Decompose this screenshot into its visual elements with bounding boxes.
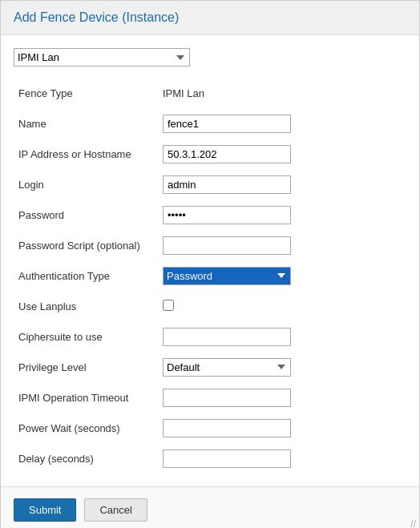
submit-button[interactable]: Submit — [14, 498, 76, 522]
field-label-delay: Delay (seconds) — [14, 443, 158, 474]
page-container: Add Fence Device (Instance) IPMI Lan APC… — [0, 0, 420, 528]
fence-type-select-row: IPMI Lan APC Brocade Cisco UCS Dell iDRA… — [14, 48, 406, 67]
field-label-lanplus: Use Lanplus — [14, 291, 158, 321]
fence-type-dropdown[interactable]: IPMI Lan APC Brocade Cisco UCS Dell iDRA… — [14, 48, 190, 67]
cipher-input[interactable] — [163, 328, 291, 346]
page-title: Add Fence Device (Instance) — [14, 10, 179, 24]
footer: Submit Cancel — [1, 486, 419, 528]
page-header: Add Fence Device (Instance) — [1, 1, 419, 35]
lanplus-checkbox[interactable] — [163, 300, 174, 311]
field-row-ipaddr: IP Address or Hostname — [14, 139, 406, 169]
login-input[interactable] — [163, 175, 291, 194]
auth-type-select[interactable]: Password MD5 MD2 None — [163, 267, 291, 285]
field-label-power-wait: Power Wait (seconds) — [14, 413, 158, 443]
field-label-fence-type: Fence Type — [14, 78, 158, 108]
form-table: Fence Type IPMI Lan Name IP Address or H… — [14, 78, 406, 474]
field-label-password-script: Password Script (optional) — [14, 230, 158, 260]
field-row-privlvl: Privilege Level Default Administrator Op… — [14, 352, 406, 382]
field-value-fence-type: IPMI Lan — [158, 78, 406, 108]
password-input[interactable] — [163, 206, 291, 224]
field-row-fence-type: Fence Type IPMI Lan — [14, 78, 406, 108]
field-label-cipher: Ciphersuite to use — [14, 321, 158, 352]
delay-input[interactable] — [163, 449, 291, 468]
field-row-login: Login — [14, 169, 406, 200]
privlvl-select[interactable]: Default Administrator Operator User — [163, 358, 291, 377]
field-row-password-script: Password Script (optional) — [14, 230, 406, 260]
cancel-button[interactable]: Cancel — [84, 498, 147, 522]
power-wait-input[interactable] — [163, 419, 291, 437]
field-label-ipaddr: IP Address or Hostname — [14, 139, 158, 169]
field-row-cipher: Ciphersuite to use — [14, 321, 406, 352]
field-row-delay: Delay (seconds) — [14, 443, 406, 474]
field-row-name: Name — [14, 108, 406, 139]
field-row-password: Password — [14, 200, 406, 230]
field-label-auth-type: Authentication Type — [14, 260, 158, 291]
ipaddr-input[interactable] — [163, 145, 291, 163]
field-label-login: Login — [14, 169, 158, 200]
field-label-privlvl: Privilege Level — [14, 352, 158, 382]
timeout-input[interactable] — [163, 389, 291, 407]
field-row-timeout: IPMI Operation Timeout — [14, 382, 406, 413]
field-label-name: Name — [14, 108, 158, 139]
field-row-lanplus: Use Lanplus — [14, 291, 406, 321]
field-row-power-wait: Power Wait (seconds) — [14, 413, 406, 443]
name-input[interactable] — [163, 115, 291, 133]
password-script-input[interactable] — [163, 236, 291, 255]
resize-handle: // — [410, 518, 416, 528]
field-label-password: Password — [14, 200, 158, 230]
page-content: IPMI Lan APC Brocade Cisco UCS Dell iDRA… — [1, 35, 419, 486]
field-row-auth-type: Authentication Type Password MD5 MD2 Non… — [14, 260, 406, 291]
field-label-timeout: IPMI Operation Timeout — [14, 382, 158, 413]
